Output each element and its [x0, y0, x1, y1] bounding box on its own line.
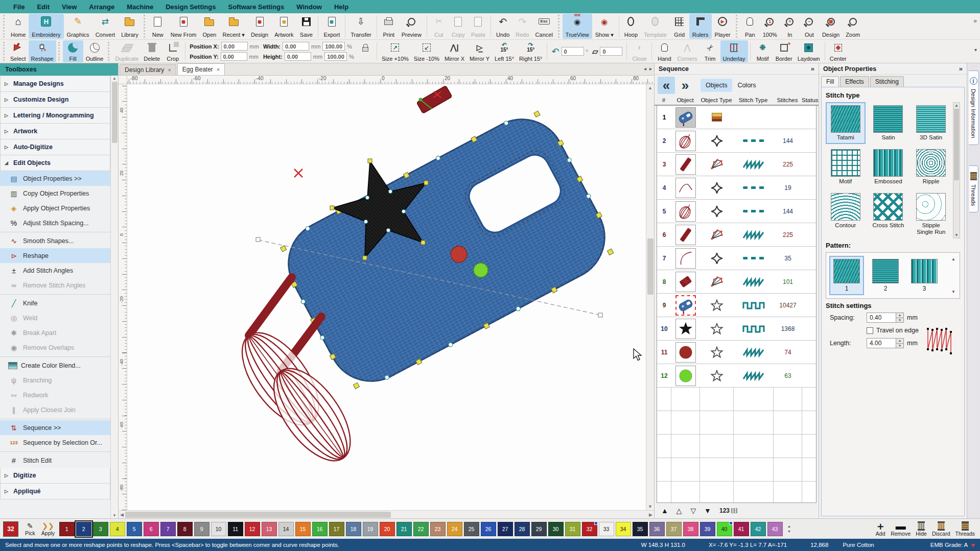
- outline-button[interactable]: Outline: [83, 40, 106, 62]
- palette-swatch[interactable]: 30: [548, 522, 564, 536]
- palette-swatch[interactable]: 5: [127, 522, 142, 536]
- document-tab[interactable]: Egg Beater ×: [177, 63, 225, 75]
- travel-on-edge-checkbox[interactable]: [867, 327, 873, 334]
- scroll-thumb[interactable]: [112, 82, 118, 143]
- sidebar-item[interactable]: [0, 417, 110, 419]
- palette-swatch[interactable]: 1: [59, 522, 75, 536]
- scroll-thumb[interactable]: [954, 109, 959, 180]
- toolbar-button[interactable]: Design: [248, 14, 271, 39]
- spacing-spinner[interactable]: ▲▼: [896, 313, 904, 323]
- palette-swatch[interactable]: 7: [160, 522, 176, 536]
- reshape-button[interactable]: Reshape: [29, 40, 56, 62]
- sidebar-item[interactable]: ▷ Manage Designs: [0, 76, 110, 92]
- toolbar-button[interactable]: Copy: [449, 14, 468, 39]
- palette-swatch[interactable]: 29: [531, 522, 547, 536]
- object-thumbnail[interactable]: [675, 319, 696, 339]
- stitch-type-option[interactable]: Satin: [869, 102, 908, 144]
- table-row[interactable]: 3 225: [657, 153, 816, 176]
- sidebar-item[interactable]: ✱ Break Apart: [0, 325, 110, 340]
- length-spinner[interactable]: ▲▼: [896, 338, 904, 348]
- tab-objects[interactable]: Objects: [701, 79, 732, 92]
- color-forward-button[interactable]: »: [676, 77, 694, 94]
- sidebar-item[interactable]: ± Add Stitch Angles: [0, 263, 110, 278]
- toolbar-button[interactable]: 1 100%: [760, 14, 780, 39]
- sidebar-item[interactable]: ◢ Edit Objects: [0, 155, 110, 171]
- pick-color-button[interactable]: ✎ Pick: [22, 521, 38, 536]
- palette-spinner[interactable]: ▲▼: [784, 524, 794, 533]
- toolbar-button[interactable]: Recent ▾: [219, 14, 247, 39]
- mirror-y-button[interactable]: ▷̲Mirror Y: [467, 40, 492, 62]
- scroll-down-icon[interactable]: ▼: [112, 513, 116, 518]
- position-y-input[interactable]: 0.00: [221, 52, 247, 61]
- object-thumbnail[interactable]: [675, 201, 696, 222]
- toolbar-button[interactable]: [318, 15, 318, 37]
- table-row[interactable]: 8 101: [657, 270, 816, 294]
- toolbar-button[interactable]: New From: [168, 14, 200, 39]
- tab-nav-right-icon[interactable]: ▸: [649, 66, 652, 71]
- toolbar-button[interactable]: [3, 15, 6, 38]
- palette-swatch[interactable]: 12: [245, 522, 260, 536]
- palette-swatch[interactable]: 42: [751, 522, 766, 536]
- toolbar-collapse-icon[interactable]: »: [973, 17, 977, 25]
- crop-button[interactable]: Crop: [162, 40, 183, 62]
- panel-collapse-icon[interactable]: »: [959, 65, 963, 73]
- document-tab[interactable]: Design Library ×: [120, 64, 176, 75]
- corners-button[interactable]: ⋀Corners: [674, 40, 699, 62]
- palette-swatch[interactable]: 41: [734, 522, 749, 536]
- sidebar-item[interactable]: ▷ Auto-Digitize: [0, 139, 110, 155]
- sidebar-item[interactable]: ψ Branching: [0, 373, 110, 388]
- scroll-up-icon[interactable]: ▲: [112, 76, 116, 81]
- hand-button[interactable]: Hand: [654, 40, 674, 62]
- toolbar-collapse-icon[interactable]: ▾: [974, 47, 977, 53]
- sidebar-item[interactable]: ▷ Digitize: [0, 468, 110, 484]
- scroll-down-icon[interactable]: ▼: [648, 504, 652, 509]
- pattern-option[interactable]: 1: [829, 256, 864, 295]
- motif-button[interactable]: ❉Motif: [753, 40, 773, 62]
- rotate-input[interactable]: 0: [562, 47, 584, 56]
- palette-swatch[interactable]: 38: [683, 522, 698, 536]
- toolbar-button[interactable]: Print: [379, 14, 399, 39]
- height-percent-input[interactable]: 100.00: [324, 52, 347, 61]
- sidebar-item[interactable]: [0, 355, 110, 357]
- move-to-end-button[interactable]: ▼: [703, 507, 713, 515]
- tab-close-icon[interactable]: ×: [217, 66, 220, 73]
- menu-item[interactable]: Software Settings: [222, 3, 290, 11]
- close-shape-button[interactable]: ◗Close: [629, 40, 649, 62]
- properties-tab[interactable]: Fill: [821, 76, 839, 87]
- add-color-button[interactable]: ＋Add: [875, 521, 885, 537]
- toolbar-button[interactable]: + In: [780, 14, 800, 39]
- size-up-button[interactable]: ↗Size +10%: [379, 40, 411, 62]
- palette-swatch[interactable]: 35: [633, 522, 648, 536]
- height-input[interactable]: 0.00: [285, 52, 311, 61]
- toolbar-button[interactable]: Save: [296, 14, 316, 39]
- palette-swatch[interactable]: 37: [666, 522, 682, 536]
- palette-swatch[interactable]: 26: [481, 522, 496, 536]
- color-back-button[interactable]: «: [658, 77, 675, 94]
- table-row[interactable]: 12 63: [657, 364, 816, 388]
- toolbar-button[interactable]: ⇄ Convert: [92, 14, 119, 39]
- underlay-button[interactable]: Underlay: [720, 40, 748, 62]
- trim-button[interactable]: ✂Trim: [700, 40, 720, 62]
- palette-swatch[interactable]: 17: [329, 522, 344, 536]
- properties-tab[interactable]: Effects: [840, 76, 869, 87]
- duplicate-button[interactable]: Duplicate: [112, 40, 141, 62]
- palette-swatch[interactable]: 34: [616, 522, 631, 536]
- toolbar-button[interactable]: ↶ Undo: [493, 14, 512, 39]
- toolbar-button[interactable]: ✂ Cut: [429, 14, 449, 39]
- sidebar-item[interactable]: ▷ Customize Design: [0, 92, 110, 108]
- hide-colors-button[interactable]: Hide: [916, 521, 927, 537]
- tab-close-icon[interactable]: ×: [168, 67, 171, 73]
- threads-button[interactable]: Threads: [955, 521, 975, 537]
- toolbar-button[interactable]: [619, 15, 619, 37]
- object-thumbnail[interactable]: [675, 131, 696, 151]
- stitch-type-option[interactable]: Contour: [826, 190, 866, 238]
- toolbar-button[interactable]: [377, 15, 377, 37]
- table-row[interactable]: 5 144: [657, 200, 816, 223]
- palette-swatch[interactable]: 13: [262, 522, 277, 536]
- scroll-left-icon[interactable]: ◀: [120, 512, 124, 517]
- toolbar-button[interactable]: [736, 15, 738, 38]
- sidebar-item[interactable]: ∾ Redwork: [0, 388, 110, 402]
- sidebar-item[interactable]: [0, 230, 110, 232]
- width-input[interactable]: 0.00: [283, 42, 309, 51]
- palette-swatch[interactable]: 8: [177, 522, 193, 536]
